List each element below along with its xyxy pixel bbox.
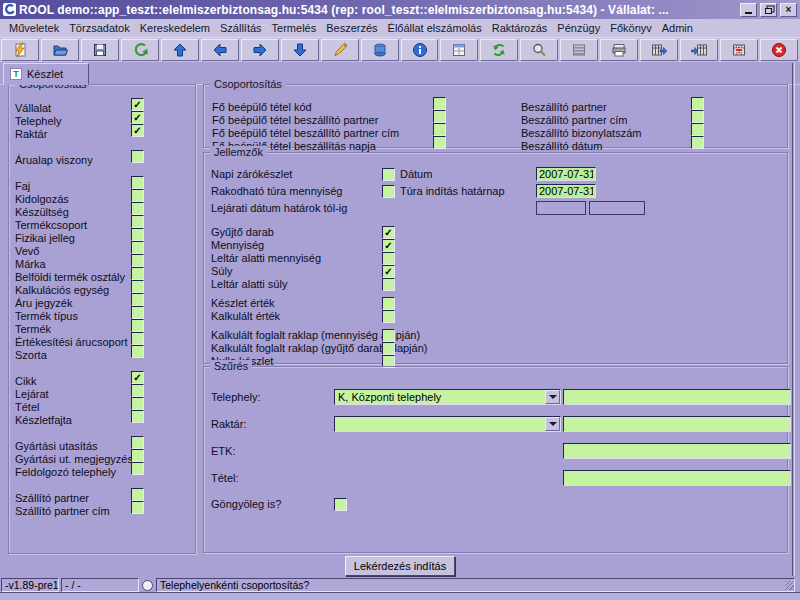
menu-item-termeles[interactable]: Termelés [267,20,322,36]
export-table-button[interactable] [640,39,678,61]
exit-button[interactable] [760,39,798,61]
open-icon [52,42,68,58]
telephely-combo[interactable]: K, Központi telephely [334,389,561,405]
menu-item-szallitas[interactable]: Szállítás [215,20,267,36]
minimize-button[interactable] [740,3,757,17]
keszletfajta-checkbox[interactable] [131,410,144,423]
leltar-alatti-mennyiseg-checkbox[interactable] [382,252,395,265]
import-table-icon [691,42,707,58]
marka-checkbox[interactable] [131,254,144,267]
info-button[interactable] [401,39,439,61]
open-button[interactable] [41,39,79,61]
search-button[interactable] [520,39,558,61]
suly-checkbox[interactable]: ✓ [382,265,395,278]
datum-checkbox[interactable] [382,168,395,181]
save-button[interactable] [81,39,119,61]
belfoldi-termek-osztaly-checkbox[interactable] [131,267,144,280]
resize-grip[interactable] [785,581,794,590]
tura-inditas-hatarnap-checkbox[interactable] [382,185,395,198]
vevo-checkbox[interactable] [131,241,144,254]
raktar-checkbox[interactable]: ✓ [131,124,144,137]
etk-input[interactable] [563,443,791,459]
execute-button[interactable] [1,39,39,61]
telephely-combo-arrow-button[interactable] [545,390,560,404]
termekcsoport-checkbox[interactable] [131,215,144,228]
termek-checkbox[interactable] [131,319,144,332]
gyujto-darab-checkbox[interactable]: ✓ [382,226,395,239]
kalkulalt-foglalt-raklap-mennyiseg-alapjan-checkbox[interactable] [382,329,395,342]
kalkulalt-foglalt-raklap-gyujto-darab-alapjan-checkbox[interactable] [382,342,395,355]
beszallito-partner-checkbox[interactable] [691,97,704,110]
window-button[interactable] [440,39,478,61]
first-record-button[interactable] [161,39,199,61]
undo-button[interactable] [121,39,159,61]
arualap-viszony-checkbox[interactable] [131,150,144,163]
kidolgozas-checkbox[interactable] [131,189,144,202]
kalkulalt-ertek-checkbox[interactable] [382,310,395,323]
menu-item-raktarozas[interactable]: Raktározás [487,20,553,36]
ertekesitesi-arucsoport-checkbox[interactable] [131,332,144,345]
fo-beepulo-tetel-beszallitas-napja-checkbox[interactable] [433,136,446,149]
menu-item-eloallat-elszamolas[interactable]: Élőállat elszámolás [383,20,487,36]
raktar-combo-arrow-button[interactable] [545,417,560,431]
menu-item-penzugy[interactable]: Pénzügy [552,20,605,36]
tetel-input[interactable] [563,470,791,486]
kalkulacios-egyseg-checkbox[interactable] [131,280,144,293]
last-record-button[interactable] [281,39,319,61]
lejarat-from-input[interactable] [536,201,586,215]
menu-item-torzsadatok[interactable]: Törzsadatok [64,20,135,36]
checkbox-row: Feldolgozó telephely [15,462,191,475]
mennyiseg-checkbox[interactable]: ✓ [382,239,395,252]
menu-item-kereskedelem[interactable]: Kereskedelem [135,20,215,36]
beszallito-datum-checkbox[interactable] [691,136,704,149]
next-record-button[interactable] [241,39,279,61]
raktar-input[interactable] [563,416,791,432]
keszlet-ertek-checkbox[interactable] [382,297,395,310]
telephely-input[interactable] [563,389,791,405]
add-record-button[interactable] [720,39,758,61]
szallito-partner-checkbox[interactable] [131,488,144,501]
lejarat-checkbox[interactable] [131,384,144,397]
beszallito-bizonylatszam-checkbox[interactable] [691,123,704,136]
fizikai-jelleg-checkbox[interactable] [131,228,144,241]
database-button[interactable] [361,39,399,61]
edit-button[interactable] [321,39,359,61]
leltar-alatti-suly-checkbox[interactable] [382,278,395,291]
feldolgozo-telephely-checkbox[interactable] [131,462,144,475]
menu-item-muveletek[interactable]: Műveletek [4,20,64,36]
termek-tipus-checkbox[interactable] [131,306,144,319]
restore-button[interactable] [760,3,777,17]
fo-beepulo-tetel-kod-checkbox[interactable] [433,97,446,110]
beszallito-partner-cim-checkbox[interactable] [691,110,704,123]
datum-date-input[interactable] [536,167,596,181]
tab-keszlet[interactable]: T Készlet [3,63,89,85]
list-button[interactable] [560,39,598,61]
tetel-checkbox[interactable] [131,397,144,410]
raktar-combo[interactable] [334,416,561,432]
lejarat-to-input[interactable] [589,201,645,215]
previous-record-button[interactable] [201,39,239,61]
close-button[interactable]: × [780,3,797,17]
keszultseg-checkbox[interactable] [131,202,144,215]
fo-beepulo-tetel-beszallito-partner-checkbox[interactable] [433,110,446,123]
run-query-button[interactable]: Lekérdezés indítás [345,556,455,576]
menu-item-beszerzes[interactable]: Beszerzés [321,20,382,36]
telephely-checkbox[interactable]: ✓ [131,111,144,124]
vallalat-checkbox[interactable]: ✓ [131,98,144,111]
gyartasi-ut-megjegyzes-checkbox[interactable] [131,449,144,462]
faj-checkbox[interactable] [131,176,144,189]
gongyoleg-is-checkbox[interactable] [334,498,347,511]
szorta-checkbox[interactable] [131,345,144,358]
menu-item-fokonyv[interactable]: Főkönyv [605,20,657,36]
print-button[interactable] [600,39,638,61]
import-table-button[interactable] [680,39,718,61]
aru-jegyzek-checkbox[interactable] [131,293,144,306]
telephely-grouping-radio[interactable] [142,580,153,591]
cikk-checkbox[interactable]: ✓ [131,371,144,384]
menu-item-admin[interactable]: Admin [657,20,698,36]
fo-beepulo-tetel-beszallito-partner-cim-checkbox[interactable] [433,123,446,136]
gyartasi-utasitas-checkbox[interactable] [131,436,144,449]
refresh-button[interactable] [480,39,518,61]
szallito-partner-cim-checkbox[interactable] [131,501,144,514]
tura-inditas-hatarnap-date-input[interactable] [536,184,596,198]
